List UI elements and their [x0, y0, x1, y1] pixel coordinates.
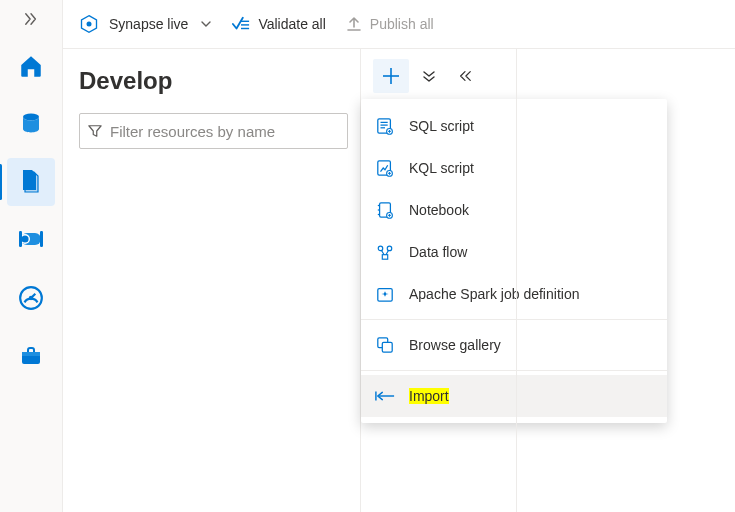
kql-script-icon [375, 159, 395, 177]
menu-notebook[interactable]: Notebook [361, 189, 667, 231]
svg-point-36 [378, 246, 383, 251]
svg-line-8 [31, 294, 35, 298]
sidebar-collapse-button[interactable] [7, 6, 55, 32]
vertical-divider [516, 48, 517, 512]
page-title: Develop [79, 67, 348, 95]
svg-rect-10 [22, 352, 40, 356]
chevron-left-double-icon [458, 69, 472, 83]
spark-icon [375, 285, 395, 303]
svg-point-3 [21, 235, 28, 242]
menu-label: Import [409, 388, 449, 404]
dataflow-icon [375, 243, 395, 261]
main-area: Synapse live Validate all Publish all De… [63, 0, 735, 512]
menu-label: SQL script [409, 118, 474, 134]
menu-label: Notebook [409, 202, 469, 218]
validate-all-button[interactable]: Validate all [232, 16, 325, 32]
menu-label: Browse gallery [409, 337, 501, 353]
svg-rect-38 [382, 255, 387, 260]
add-resource-button[interactable] [373, 59, 409, 93]
validate-icon [232, 16, 250, 32]
menu-divider [361, 370, 667, 371]
resource-panel: Develop [63, 48, 360, 512]
svg-point-0 [23, 114, 39, 121]
nav-develop[interactable] [7, 158, 55, 206]
database-icon [19, 111, 43, 137]
svg-rect-41 [382, 342, 392, 352]
svg-point-37 [387, 246, 392, 251]
filter-box[interactable] [79, 113, 348, 149]
validate-label: Validate all [258, 16, 325, 32]
resource-actions [373, 59, 735, 93]
menu-import[interactable]: Import [361, 375, 667, 417]
nav-manage[interactable] [7, 332, 55, 380]
svg-point-12 [87, 22, 92, 27]
sql-script-icon [375, 117, 395, 135]
chevron-down-icon [200, 18, 212, 30]
menu-spark-job[interactable]: Apache Spark job definition [361, 273, 667, 315]
nav-integrate[interactable] [7, 216, 55, 264]
svg-rect-5 [40, 231, 43, 247]
menu-divider [361, 319, 667, 320]
plus-icon [382, 67, 400, 85]
expand-all-button[interactable] [413, 60, 445, 92]
publish-icon [346, 16, 362, 32]
content-area: Develop [63, 48, 735, 512]
add-resource-menu: SQL script KQL script Notebook [361, 99, 667, 423]
nav-data[interactable] [7, 100, 55, 148]
home-icon [18, 53, 44, 79]
nav-monitor[interactable] [7, 274, 55, 322]
menu-browse-gallery[interactable]: Browse gallery [361, 324, 667, 366]
gauge-icon [18, 285, 44, 311]
toolbox-icon [18, 344, 44, 368]
import-icon [375, 389, 395, 403]
gallery-icon [375, 336, 395, 354]
menu-kql-script[interactable]: KQL script [361, 147, 667, 189]
pipeline-icon [17, 229, 45, 251]
chevron-right-double-icon [24, 12, 38, 26]
notebook-icon [375, 201, 395, 219]
publish-all-button: Publish all [346, 16, 434, 32]
menu-sql-script[interactable]: SQL script [361, 105, 667, 147]
chevron-down-double-icon [422, 69, 436, 83]
svg-rect-4 [19, 231, 22, 247]
editor-panel: SQL script KQL script Notebook [360, 48, 735, 512]
menu-dataflow[interactable]: Data flow [361, 231, 667, 273]
left-nav-sidebar [0, 0, 63, 512]
top-toolbar: Synapse live Validate all Publish all [63, 0, 735, 48]
collapse-all-button[interactable] [449, 60, 481, 92]
synapse-icon [79, 14, 99, 34]
publish-label: Publish all [370, 16, 434, 32]
nav-home[interactable] [7, 42, 55, 90]
file-code-icon [19, 169, 43, 195]
workspace-label: Synapse live [109, 16, 188, 32]
filter-input[interactable] [110, 123, 339, 140]
menu-label: KQL script [409, 160, 474, 176]
menu-label: Data flow [409, 244, 467, 260]
menu-label: Apache Spark job definition [409, 286, 579, 302]
filter-icon [88, 124, 102, 138]
workspace-switcher[interactable]: Synapse live [79, 14, 212, 34]
